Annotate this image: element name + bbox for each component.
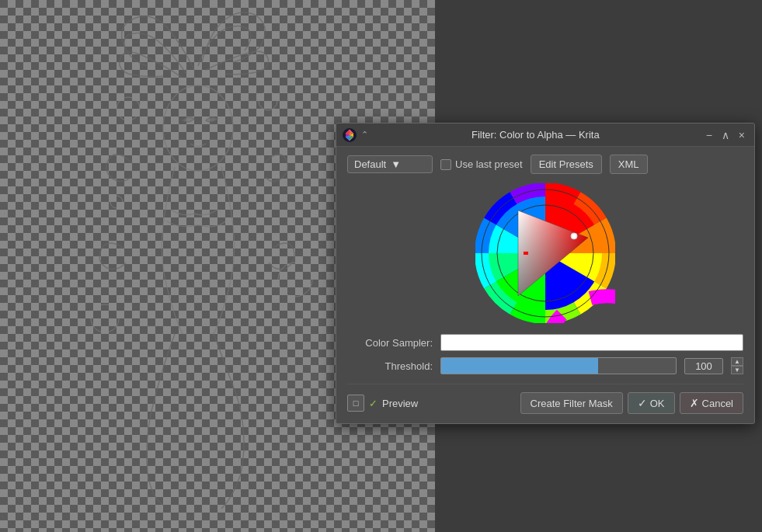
color-sampler-row: Color Sampler: xyxy=(347,334,743,351)
color-sampler-bar[interactable] xyxy=(440,334,743,351)
svg-point-0 xyxy=(163,85,233,171)
color-wheel-wrapper[interactable] xyxy=(475,183,615,323)
threshold-fill xyxy=(441,358,598,374)
svg-point-5 xyxy=(110,196,123,208)
color-sampler-label: Color Sampler: xyxy=(347,337,433,349)
svg-point-3 xyxy=(91,304,119,332)
controls-grid: Color Sampler: Threshold: 100 ▲ ▼ xyxy=(347,334,743,374)
dialog-body: Default ▼ Use last preset Edit Presets X… xyxy=(336,147,754,423)
threshold-label: Threshold: xyxy=(347,360,433,372)
svg-point-2 xyxy=(259,92,277,110)
action-buttons: Create Filter Mask ✓ OK ✗ Cancel xyxy=(520,392,743,414)
dialog-title: Filter: Color to Alpha — Krita xyxy=(368,129,703,141)
cancel-label: Cancel xyxy=(702,398,733,409)
preset-dropdown[interactable]: Default ▼ xyxy=(347,155,433,173)
svg-point-4 xyxy=(278,263,312,297)
cancel-icon: ✗ xyxy=(690,397,699,409)
preview-check-icon: ✓ xyxy=(369,398,378,409)
color-wheel-svg[interactable] xyxy=(475,183,615,323)
dropdown-arrow-icon: ▼ xyxy=(391,158,401,170)
titlebar-arrows-icon[interactable]: ⌃ xyxy=(361,130,368,140)
create-filter-mask-button[interactable]: Create Filter Mask xyxy=(520,392,623,414)
color-wheel-container xyxy=(347,183,743,323)
krita-logo-icon xyxy=(343,128,357,142)
use-last-preset-text: Use last preset xyxy=(455,158,523,170)
threshold-decrement-button[interactable]: ▼ xyxy=(731,366,743,374)
ok-button[interactable]: ✓ OK xyxy=(628,392,675,414)
cancel-button[interactable]: ✗ Cancel xyxy=(680,392,743,414)
ok-label: OK xyxy=(650,398,665,409)
dialog-titlebar: ⌃ Filter: Color to Alpha — Krita − ∧ × xyxy=(336,123,754,147)
top-controls: Default ▼ Use last preset Edit Presets X… xyxy=(347,155,743,174)
preset-dropdown-label: Default xyxy=(354,158,386,170)
threshold-row: Threshold: 100 ▲ ▼ xyxy=(347,357,743,374)
color-indicator[interactable] xyxy=(571,233,577,239)
xml-button[interactable]: XML xyxy=(610,155,648,174)
filter-dialog: ⌃ Filter: Color to Alpha — Krita − ∧ × D… xyxy=(336,123,755,424)
titlebar-controls: − ∧ × xyxy=(703,130,748,141)
minimize-button[interactable]: − xyxy=(703,130,715,141)
ring-marker xyxy=(524,252,528,255)
preview-area: □ ✓ Preview xyxy=(347,395,418,412)
titlebar-left: ⌃ xyxy=(343,128,368,142)
preview-label[interactable]: Preview xyxy=(382,398,418,409)
threshold-spinner: ▲ ▼ xyxy=(731,357,743,374)
bottom-bar: □ ✓ Preview Create Filter Mask ✓ OK ✗ Ca… xyxy=(347,384,743,414)
edit-presets-button[interactable]: Edit Presets xyxy=(531,155,602,174)
use-last-preset-label[interactable]: Use last preset xyxy=(440,158,523,170)
threshold-value-input[interactable]: 100 xyxy=(684,358,723,374)
maximize-button[interactable]: ∧ xyxy=(719,130,732,141)
preview-icon[interactable]: □ xyxy=(347,395,364,412)
ok-icon: ✓ xyxy=(638,397,647,409)
threshold-slider[interactable] xyxy=(440,357,677,374)
svg-point-1 xyxy=(117,97,140,120)
close-button[interactable]: × xyxy=(736,130,748,141)
use-last-preset-checkbox[interactable] xyxy=(440,159,451,170)
threshold-increment-button[interactable]: ▲ xyxy=(731,357,743,366)
preview-icon-symbol: □ xyxy=(353,398,359,408)
